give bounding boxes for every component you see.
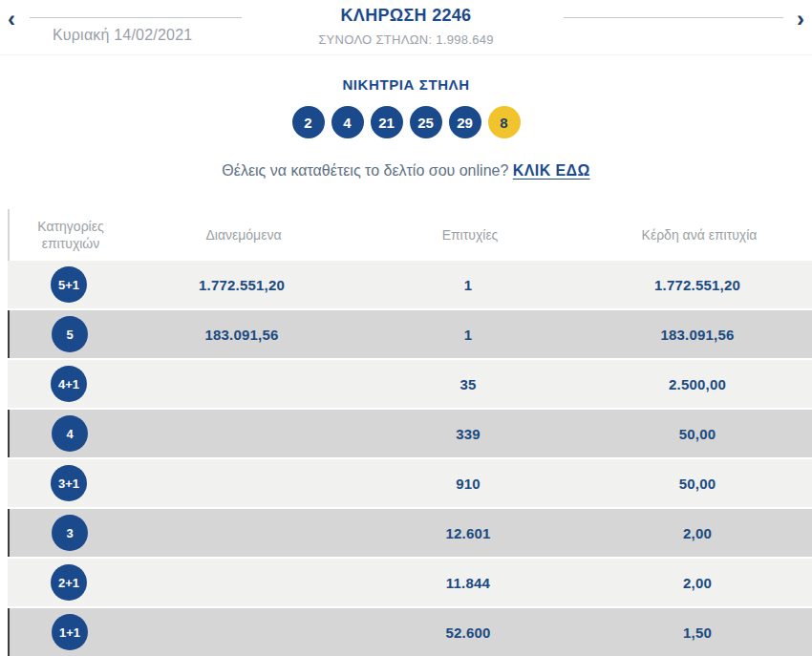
winners-cell: 12.601 (353, 525, 583, 541)
prize-cell: 50,00 (583, 476, 812, 492)
next-draw-button[interactable]: › (797, 6, 804, 32)
prize-cell: 50,00 (583, 426, 812, 442)
category-cell: 5 (10, 316, 130, 352)
table-row: 4+1352.500,00 (8, 360, 812, 408)
right-divider-line (564, 17, 783, 18)
prize-cell: 2,00 (583, 575, 812, 591)
promo-link[interactable]: ΚΛΙΚ ΕΔΩ (513, 162, 590, 179)
column-header-distributed: Διανεμόμενα (132, 226, 355, 243)
winning-number-ball: 25 (410, 106, 442, 138)
category-cell: 4+1 (8, 366, 130, 402)
column-header-categories: Κατηγορίες επιτυχιών (10, 218, 132, 252)
winners-cell: 910 (353, 476, 583, 492)
winners-cell: 35 (353, 376, 583, 392)
category-cell: 5+1 (8, 266, 130, 303)
category-cell: 4 (10, 415, 130, 452)
table-row: 3+191050,00 (8, 459, 812, 507)
winners-cell: 339 (353, 426, 583, 442)
category-cell: 3 (10, 515, 130, 551)
category-badge: 1+1 (52, 614, 88, 650)
winning-balls: 242125298 (0, 106, 812, 138)
draw-title-block: ΚΛΗΡΩΣΗ 2246 ΣΥΝΟΛΟ ΣΤΗΛΩΝ: 1.998.649 (0, 6, 812, 47)
distributed-cell: 183.091,56 (130, 327, 353, 343)
prize-cell: 1,50 (583, 624, 812, 641)
table-row: 1+152.6001,50 (8, 608, 812, 656)
draw-title: ΚΛΗΡΩΣΗ 2246 (0, 6, 812, 26)
table-body: 5+11.772.551,2011.772.551,205183.091,561… (8, 261, 812, 656)
category-cell: 1+1 (10, 614, 130, 650)
winning-number-ball: 2 (292, 106, 325, 138)
total-columns-label: ΣΥΝΟΛΟ ΣΤΗΛΩΝ: 1.998.649 (0, 32, 812, 47)
distributed-cell: 1.772.551,20 (130, 277, 353, 293)
winners-cell: 11.844 (353, 575, 583, 591)
column-header-winners: Επιτυχίες (355, 226, 585, 243)
winners-cell: 52.600 (353, 624, 583, 641)
prize-cell: 183.091,56 (583, 327, 812, 343)
winning-column-heading: ΝΙΚΗΤΡΙΑ ΣΤΗΛΗ (0, 76, 812, 93)
category-badge: 5 (52, 316, 88, 352)
draw-navigation-header: ‹ Κυριακή 14/02/2021 ΚΛΗΡΩΣΗ 2246 ΣΥΝΟΛΟ… (0, 0, 812, 55)
category-badge: 4+1 (51, 366, 87, 402)
winning-number-ball: 29 (449, 106, 481, 138)
promo-line: Θέλεις να καταθέτεις το δελτίο σου onlin… (0, 162, 812, 180)
winning-number-ball: 4 (331, 106, 364, 138)
table-row: 5183.091,561183.091,56 (8, 310, 812, 358)
prize-cell: 2.500,00 (583, 376, 812, 392)
table-row: 5+11.772.551,2011.772.551,20 (8, 261, 812, 308)
table-row: 433950,00 (8, 410, 812, 457)
category-badge: 2+1 (51, 564, 87, 601)
category-badge: 4 (52, 415, 88, 452)
joker-ball: 8 (488, 106, 521, 138)
promo-text: Θέλεις να καταθέτεις το δελτίο σου onlin… (222, 162, 508, 179)
table-row: 2+111.8442,00 (8, 559, 812, 606)
table-row: 312.6012,00 (8, 509, 812, 557)
prize-cell: 1.772.551,20 (583, 277, 812, 293)
winners-cell: 1 (353, 277, 583, 293)
table-header-row: Κατηγορίες επιτυχιών Διανεμόμενα Επιτυχί… (8, 209, 812, 261)
category-badge: 3 (52, 515, 88, 551)
category-badge: 3+1 (51, 465, 87, 501)
winning-column-section: ΝΙΚΗΤΡΙΑ ΣΤΗΛΗ 242125298 (0, 55, 812, 138)
category-cell: 2+1 (8, 564, 130, 601)
category-badge: 5+1 (51, 266, 87, 303)
results-table: Κατηγορίες επιτυχιών Διανεμόμενα Επιτυχί… (8, 209, 812, 656)
prize-cell: 2,00 (583, 525, 812, 541)
winners-cell: 1 (353, 327, 583, 343)
winning-number-ball: 21 (371, 106, 403, 138)
category-cell: 3+1 (8, 465, 130, 501)
column-header-prize: Κέρδη ανά επιτυχία (585, 226, 812, 243)
